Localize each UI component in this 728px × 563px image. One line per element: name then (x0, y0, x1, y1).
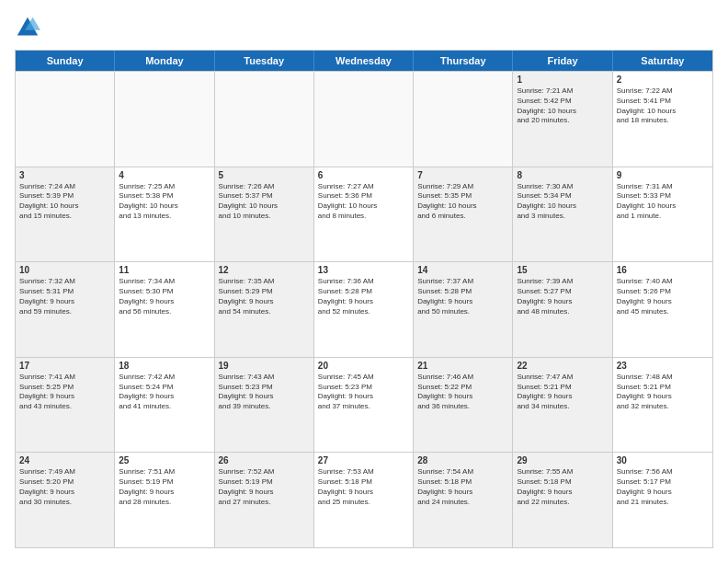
day-info: Sunrise: 7:53 AM Sunset: 5:18 PM Dayligh… (318, 467, 409, 507)
calendar-row-3: 17Sunrise: 7:41 AM Sunset: 5:25 PM Dayli… (16, 357, 712, 453)
day-number: 19 (219, 361, 310, 371)
day-cell-8: 8Sunrise: 7:30 AM Sunset: 5:34 PM Daylig… (513, 167, 612, 262)
day-cell-5: 5Sunrise: 7:26 AM Sunset: 5:37 PM Daylig… (215, 167, 314, 262)
day-cell-6: 6Sunrise: 7:27 AM Sunset: 5:36 PM Daylig… (314, 167, 414, 262)
day-cell-11: 11Sunrise: 7:34 AM Sunset: 5:30 PM Dayli… (115, 262, 214, 357)
day-number: 4 (119, 170, 210, 180)
calendar-row-0: 1Sunrise: 7:21 AM Sunset: 5:42 PM Daylig… (16, 71, 712, 167)
day-cell-30: 30Sunrise: 7:56 AM Sunset: 5:17 PM Dayli… (613, 453, 712, 547)
day-number: 23 (617, 361, 709, 371)
day-cell-26: 26Sunrise: 7:52 AM Sunset: 5:19 PM Dayli… (215, 453, 314, 547)
day-cell-10: 10Sunrise: 7:32 AM Sunset: 5:31 PM Dayli… (16, 262, 115, 357)
day-number: 29 (517, 455, 608, 465)
calendar-row-1: 3Sunrise: 7:24 AM Sunset: 5:39 PM Daylig… (16, 167, 712, 262)
calendar-header: SundayMondayTuesdayWednesdayThursdayFrid… (16, 51, 712, 71)
calendar: SundayMondayTuesdayWednesdayThursdayFrid… (15, 50, 713, 548)
day-info: Sunrise: 7:41 AM Sunset: 5:25 PM Dayligh… (19, 373, 110, 412)
day-info: Sunrise: 7:22 AM Sunset: 5:41 PM Dayligh… (617, 86, 709, 126)
calendar-row-4: 24Sunrise: 7:49 AM Sunset: 5:20 PM Dayli… (16, 452, 712, 547)
day-info: Sunrise: 7:49 AM Sunset: 5:20 PM Dayligh… (19, 467, 110, 507)
day-info: Sunrise: 7:25 AM Sunset: 5:38 PM Dayligh… (119, 182, 210, 222)
day-info: Sunrise: 7:29 AM Sunset: 5:35 PM Dayligh… (417, 182, 508, 222)
day-number: 28 (417, 455, 508, 465)
day-info: Sunrise: 7:51 AM Sunset: 5:19 PM Dayligh… (119, 467, 210, 507)
weekday-header-wednesday: Wednesday (314, 51, 414, 71)
day-cell-15: 15Sunrise: 7:39 AM Sunset: 5:27 PM Dayli… (513, 262, 612, 357)
day-number: 9 (617, 170, 709, 180)
day-number: 17 (19, 361, 110, 371)
day-info: Sunrise: 7:30 AM Sunset: 5:34 PM Dayligh… (517, 182, 608, 222)
day-cell-28: 28Sunrise: 7:54 AM Sunset: 5:18 PM Dayli… (414, 453, 513, 547)
day-number: 11 (119, 265, 210, 275)
day-info: Sunrise: 7:43 AM Sunset: 5:23 PM Dayligh… (219, 373, 310, 412)
day-number: 16 (617, 265, 709, 275)
day-number: 18 (119, 361, 210, 371)
day-cell-22: 22Sunrise: 7:47 AM Sunset: 5:21 PM Dayli… (513, 358, 612, 453)
logo-icon (15, 15, 40, 40)
day-info: Sunrise: 7:46 AM Sunset: 5:22 PM Dayligh… (417, 373, 508, 412)
day-number: 22 (517, 361, 608, 371)
day-number: 10 (19, 265, 110, 275)
empty-cell-0-0 (16, 72, 115, 167)
day-info: Sunrise: 7:32 AM Sunset: 5:31 PM Dayligh… (19, 277, 110, 316)
day-number: 24 (19, 455, 110, 465)
day-number: 15 (517, 265, 608, 275)
day-info: Sunrise: 7:26 AM Sunset: 5:37 PM Dayligh… (219, 182, 310, 222)
weekday-header-friday: Friday (513, 51, 612, 71)
day-number: 3 (19, 170, 110, 180)
day-info: Sunrise: 7:45 AM Sunset: 5:23 PM Dayligh… (318, 373, 409, 412)
day-cell-18: 18Sunrise: 7:42 AM Sunset: 5:24 PM Dayli… (115, 358, 214, 453)
day-cell-23: 23Sunrise: 7:48 AM Sunset: 5:21 PM Dayli… (613, 358, 712, 453)
day-info: Sunrise: 7:37 AM Sunset: 5:28 PM Dayligh… (417, 277, 508, 316)
day-cell-27: 27Sunrise: 7:53 AM Sunset: 5:18 PM Dayli… (314, 453, 414, 547)
day-number: 14 (417, 265, 508, 275)
day-number: 1 (517, 75, 608, 85)
calendar-body: 1Sunrise: 7:21 AM Sunset: 5:42 PM Daylig… (16, 71, 712, 547)
day-info: Sunrise: 7:42 AM Sunset: 5:24 PM Dayligh… (119, 373, 210, 412)
weekday-header-saturday: Saturday (613, 51, 712, 71)
day-info: Sunrise: 7:55 AM Sunset: 5:18 PM Dayligh… (517, 467, 608, 507)
weekday-header-sunday: Sunday (16, 51, 115, 71)
day-cell-4: 4Sunrise: 7:25 AM Sunset: 5:38 PM Daylig… (115, 167, 214, 262)
day-cell-7: 7Sunrise: 7:29 AM Sunset: 5:35 PM Daylig… (414, 167, 513, 262)
calendar-row-2: 10Sunrise: 7:32 AM Sunset: 5:31 PM Dayli… (16, 261, 712, 357)
day-info: Sunrise: 7:24 AM Sunset: 5:39 PM Dayligh… (19, 182, 110, 222)
day-number: 2 (617, 75, 709, 85)
day-number: 25 (119, 455, 210, 465)
day-info: Sunrise: 7:34 AM Sunset: 5:30 PM Dayligh… (119, 277, 210, 316)
empty-cell-0-4 (414, 72, 513, 167)
day-number: 20 (318, 361, 409, 371)
day-number: 13 (318, 265, 409, 275)
day-info: Sunrise: 7:27 AM Sunset: 5:36 PM Dayligh… (318, 182, 409, 222)
day-info: Sunrise: 7:56 AM Sunset: 5:17 PM Dayligh… (617, 467, 709, 507)
day-number: 5 (219, 170, 310, 180)
day-cell-17: 17Sunrise: 7:41 AM Sunset: 5:25 PM Dayli… (16, 358, 115, 453)
weekday-header-monday: Monday (115, 51, 214, 71)
day-cell-13: 13Sunrise: 7:36 AM Sunset: 5:28 PM Dayli… (314, 262, 414, 357)
logo (15, 15, 44, 40)
empty-cell-0-3 (314, 72, 414, 167)
day-cell-24: 24Sunrise: 7:49 AM Sunset: 5:20 PM Dayli… (16, 453, 115, 547)
day-number: 21 (417, 361, 508, 371)
day-number: 30 (617, 455, 709, 465)
day-info: Sunrise: 7:47 AM Sunset: 5:21 PM Dayligh… (517, 373, 608, 412)
day-cell-3: 3Sunrise: 7:24 AM Sunset: 5:39 PM Daylig… (16, 167, 115, 262)
day-info: Sunrise: 7:31 AM Sunset: 5:33 PM Dayligh… (617, 182, 709, 222)
day-info: Sunrise: 7:52 AM Sunset: 5:19 PM Dayligh… (219, 467, 310, 507)
day-cell-19: 19Sunrise: 7:43 AM Sunset: 5:23 PM Dayli… (215, 358, 314, 453)
day-number: 26 (219, 455, 310, 465)
day-cell-1: 1Sunrise: 7:21 AM Sunset: 5:42 PM Daylig… (513, 72, 612, 167)
empty-cell-0-1 (115, 72, 214, 167)
day-number: 7 (417, 170, 508, 180)
day-cell-16: 16Sunrise: 7:40 AM Sunset: 5:26 PM Dayli… (613, 262, 712, 357)
day-cell-9: 9Sunrise: 7:31 AM Sunset: 5:33 PM Daylig… (613, 167, 712, 262)
day-cell-2: 2Sunrise: 7:22 AM Sunset: 5:41 PM Daylig… (613, 72, 712, 167)
day-cell-12: 12Sunrise: 7:35 AM Sunset: 5:29 PM Dayli… (215, 262, 314, 357)
day-cell-21: 21Sunrise: 7:46 AM Sunset: 5:22 PM Dayli… (414, 358, 513, 453)
day-info: Sunrise: 7:48 AM Sunset: 5:21 PM Dayligh… (617, 373, 709, 412)
day-info: Sunrise: 7:40 AM Sunset: 5:26 PM Dayligh… (617, 277, 709, 316)
day-cell-14: 14Sunrise: 7:37 AM Sunset: 5:28 PM Dayli… (414, 262, 513, 357)
day-number: 6 (318, 170, 409, 180)
day-info: Sunrise: 7:39 AM Sunset: 5:27 PM Dayligh… (517, 277, 608, 316)
day-cell-20: 20Sunrise: 7:45 AM Sunset: 5:23 PM Dayli… (314, 358, 414, 453)
